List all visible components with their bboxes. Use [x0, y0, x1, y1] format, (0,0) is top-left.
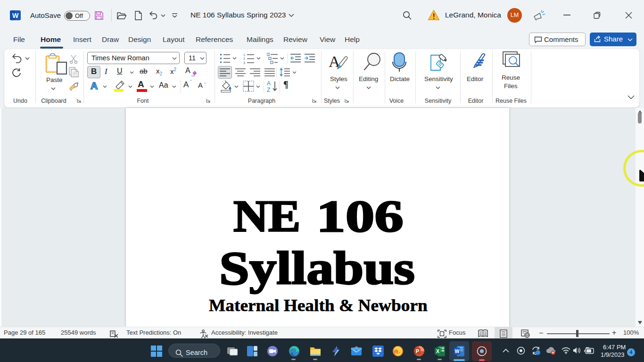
svg-text:1: 1	[243, 53, 245, 57]
svg-text:3: 3	[243, 61, 245, 65]
svg-text:P: P	[416, 348, 419, 354]
svg-text:Z: Z	[267, 87, 270, 92]
svg-text:A: A	[267, 80, 271, 87]
svg-text:W: W	[12, 12, 19, 19]
svg-text:2: 2	[243, 57, 245, 60]
svg-text:X: X	[436, 348, 439, 354]
svg-text:W: W	[455, 348, 460, 354]
